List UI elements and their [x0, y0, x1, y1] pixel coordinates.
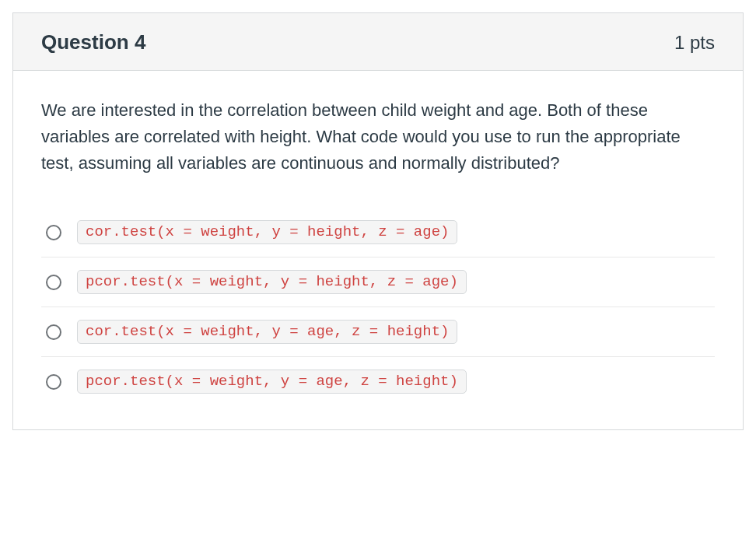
answer-option[interactable]: cor.test(x = weight, y = height, z = age…: [41, 208, 715, 257]
question-header: Question 4 1 pts: [13, 13, 743, 71]
radio-icon[interactable]: [46, 225, 61, 240]
question-points: 1 pts: [674, 32, 715, 54]
radio-icon[interactable]: [46, 374, 61, 390]
answer-option[interactable]: pcor.test(x = weight, y = height, z = ag…: [41, 257, 715, 307]
answer-option[interactable]: cor.test(x = weight, y = age, z = height…: [41, 307, 715, 356]
radio-icon[interactable]: [46, 324, 61, 340]
question-card: Question 4 1 pts We are interested in th…: [12, 12, 744, 430]
question-body: We are interested in the correlation bet…: [13, 71, 743, 429]
answer-code: pcor.test(x = weight, y = height, z = ag…: [77, 270, 467, 294]
answer-option[interactable]: pcor.test(x = weight, y = age, z = heigh…: [41, 356, 715, 406]
answer-code: pcor.test(x = weight, y = age, z = heigh…: [77, 370, 467, 394]
answer-code: cor.test(x = weight, y = height, z = age…: [77, 220, 457, 244]
answer-list: cor.test(x = weight, y = height, z = age…: [41, 208, 715, 406]
question-prompt: We are interested in the correlation bet…: [41, 97, 715, 177]
question-title: Question 4: [41, 30, 145, 54]
radio-icon[interactable]: [46, 275, 61, 290]
answer-code: cor.test(x = weight, y = age, z = height…: [77, 320, 457, 344]
